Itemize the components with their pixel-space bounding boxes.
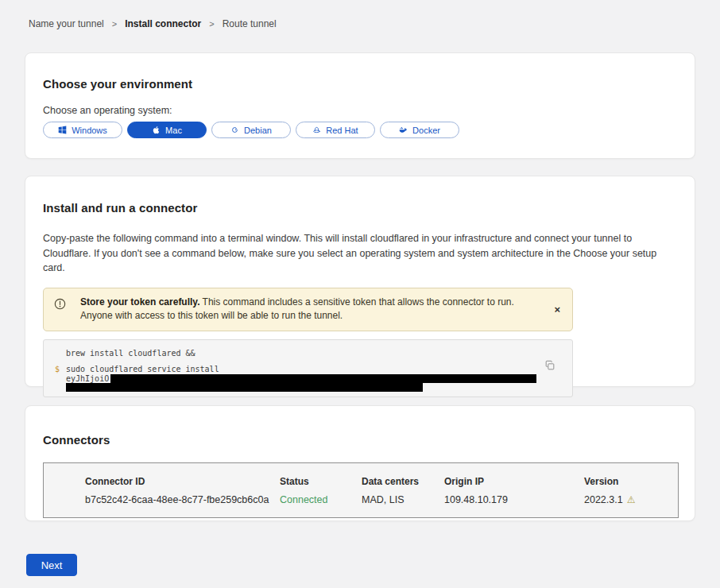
version-warning-icon: ⚠ [627,495,636,505]
cell-origin-ip: 109.48.10.179 [444,494,584,505]
col-header-version: Version [584,476,678,487]
code-line-token: eyJhIjoiO [66,374,544,384]
install-connector-card: Install and run a connector Copy-paste t… [25,176,695,387]
redhat-icon [312,126,321,134]
docker-icon [399,126,408,134]
connectors-table: Connector ID Status Data centers Origin … [43,462,679,518]
os-button-group: Windows Mac Debian Red Hat [43,122,677,138]
breadcrumb-separator: > [209,19,214,29]
warning-title: Store your token carefully. [80,296,200,308]
os-button-redhat[interactable]: Red Hat [296,122,375,138]
install-instructions-text: Copy-paste the following command into a … [43,231,677,276]
environment-card-title: Choose your environment [43,77,677,91]
os-button-label: Red Hat [326,126,358,135]
os-button-label: Mac [165,126,182,135]
cell-connector-id: b7c52c42-6caa-48ee-8c77-fbe259cb6c0a [85,494,280,505]
col-header-status: Status [280,476,362,487]
token-warning-banner: Store your token carefully. This command… [43,288,573,331]
col-header-data-centers: Data centers [362,476,444,487]
table-row: b7c52c42-6caa-48ee-8c77-fbe259cb6c0a Con… [44,487,678,505]
cell-version: 2022.3.1 ⚠ [584,494,678,505]
install-card-title: Install and run a connector [43,201,677,215]
os-button-label: Docker [412,126,440,135]
cell-data-centers: MAD, LIS [362,494,444,505]
environment-card: Choose your environment Choose an operat… [25,52,695,159]
close-icon[interactable]: × [551,301,563,318]
alert-circle-icon [54,298,66,310]
breadcrumb-step-name-your-tunnel[interactable]: Name your tunnel [29,18,104,29]
os-button-label: Debian [244,126,272,135]
install-command-codeblock: brew install cloudflared && $sudo cloudf… [43,339,573,397]
code-line-token-2 [66,383,544,393]
os-button-mac[interactable]: Mac [127,122,207,138]
os-button-label: Windows [72,126,107,135]
copy-icon[interactable] [544,360,556,373]
breadcrumb-step-route-tunnel[interactable]: Route tunnel [223,18,277,29]
code-line-1: brew install cloudflared && [66,349,544,358]
code-line-2: $sudo cloudflared service install [66,365,544,374]
os-button-debian[interactable]: Debian [211,122,291,138]
breadcrumb-step-install-connector[interactable]: Install connector [125,18,201,29]
os-select-label: Choose an operating system: [43,105,677,116]
table-header-row: Connector ID Status Data centers Origin … [44,463,678,487]
col-header-origin-ip: Origin IP [444,476,584,487]
next-button[interactable]: Next [26,554,77,576]
os-button-windows[interactable]: Windows [43,122,122,138]
breadcrumb-separator: > [112,19,117,29]
apple-icon [152,126,161,134]
os-button-docker[interactable]: Docker [380,122,459,138]
connectors-card-title: Connectors [43,433,677,447]
connectors-card: Connectors Connector ID Status Data cent… [25,405,695,521]
redacted-token-bar [66,383,423,392]
debian-icon [230,126,239,134]
shell-prompt: $ [55,365,60,374]
breadcrumb: Name your tunnel > Install connector > R… [29,18,277,29]
token-prefix: eyJhIjoiO [66,374,109,383]
redacted-token-bar [110,374,536,383]
windows-icon [58,126,67,134]
col-header-connector-id: Connector ID [85,476,280,487]
status-badge: Connected [280,494,362,505]
